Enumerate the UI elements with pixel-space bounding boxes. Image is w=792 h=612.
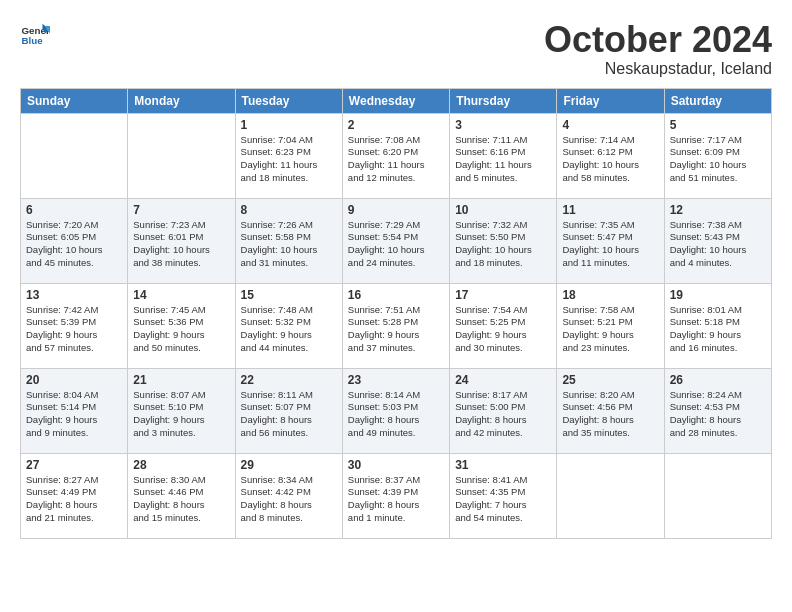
day-info: Sunrise: 8:04 AM Sunset: 5:14 PM Dayligh…: [26, 389, 122, 440]
calendar-table: SundayMondayTuesdayWednesdayThursdayFrid…: [20, 88, 772, 539]
day-info: Sunrise: 7:14 AM Sunset: 6:12 PM Dayligh…: [562, 134, 658, 185]
day-info: Sunrise: 7:51 AM Sunset: 5:28 PM Dayligh…: [348, 304, 444, 355]
calendar-cell: 30Sunrise: 8:37 AM Sunset: 4:39 PM Dayli…: [342, 453, 449, 538]
day-number: 11: [562, 203, 658, 217]
day-info: Sunrise: 8:17 AM Sunset: 5:00 PM Dayligh…: [455, 389, 551, 440]
day-number: 20: [26, 373, 122, 387]
calendar-cell: 29Sunrise: 8:34 AM Sunset: 4:42 PM Dayli…: [235, 453, 342, 538]
day-number: 17: [455, 288, 551, 302]
month-title: October 2024: [544, 20, 772, 60]
page-header: General Blue October 2024 Neskaupstadur,…: [20, 20, 772, 78]
day-info: Sunrise: 7:11 AM Sunset: 6:16 PM Dayligh…: [455, 134, 551, 185]
day-info: Sunrise: 7:23 AM Sunset: 6:01 PM Dayligh…: [133, 219, 229, 270]
day-number: 7: [133, 203, 229, 217]
day-number: 1: [241, 118, 337, 132]
weekday-header-saturday: Saturday: [664, 88, 771, 113]
day-info: Sunrise: 8:24 AM Sunset: 4:53 PM Dayligh…: [670, 389, 766, 440]
day-info: Sunrise: 7:54 AM Sunset: 5:25 PM Dayligh…: [455, 304, 551, 355]
day-number: 22: [241, 373, 337, 387]
calendar-cell: 12Sunrise: 7:38 AM Sunset: 5:43 PM Dayli…: [664, 198, 771, 283]
logo-icon: General Blue: [20, 20, 50, 50]
day-info: Sunrise: 8:14 AM Sunset: 5:03 PM Dayligh…: [348, 389, 444, 440]
calendar-cell: [128, 113, 235, 198]
day-number: 24: [455, 373, 551, 387]
day-number: 23: [348, 373, 444, 387]
day-number: 10: [455, 203, 551, 217]
calendar-week-5: 27Sunrise: 8:27 AM Sunset: 4:49 PM Dayli…: [21, 453, 772, 538]
calendar-cell: 9Sunrise: 7:29 AM Sunset: 5:54 PM Daylig…: [342, 198, 449, 283]
day-info: Sunrise: 8:07 AM Sunset: 5:10 PM Dayligh…: [133, 389, 229, 440]
calendar-cell: 8Sunrise: 7:26 AM Sunset: 5:58 PM Daylig…: [235, 198, 342, 283]
calendar-cell: 26Sunrise: 8:24 AM Sunset: 4:53 PM Dayli…: [664, 368, 771, 453]
logo: General Blue: [20, 20, 50, 50]
weekday-header-sunday: Sunday: [21, 88, 128, 113]
day-info: Sunrise: 8:41 AM Sunset: 4:35 PM Dayligh…: [455, 474, 551, 525]
day-number: 25: [562, 373, 658, 387]
day-number: 21: [133, 373, 229, 387]
calendar-cell: 2Sunrise: 7:08 AM Sunset: 6:20 PM Daylig…: [342, 113, 449, 198]
day-info: Sunrise: 8:37 AM Sunset: 4:39 PM Dayligh…: [348, 474, 444, 525]
calendar-cell: 20Sunrise: 8:04 AM Sunset: 5:14 PM Dayli…: [21, 368, 128, 453]
day-number: 5: [670, 118, 766, 132]
day-info: Sunrise: 7:42 AM Sunset: 5:39 PM Dayligh…: [26, 304, 122, 355]
calendar-cell: 6Sunrise: 7:20 AM Sunset: 6:05 PM Daylig…: [21, 198, 128, 283]
day-info: Sunrise: 7:35 AM Sunset: 5:47 PM Dayligh…: [562, 219, 658, 270]
day-info: Sunrise: 7:20 AM Sunset: 6:05 PM Dayligh…: [26, 219, 122, 270]
calendar-cell: 10Sunrise: 7:32 AM Sunset: 5:50 PM Dayli…: [450, 198, 557, 283]
weekday-header-tuesday: Tuesday: [235, 88, 342, 113]
day-number: 16: [348, 288, 444, 302]
day-info: Sunrise: 7:04 AM Sunset: 6:23 PM Dayligh…: [241, 134, 337, 185]
weekday-header-thursday: Thursday: [450, 88, 557, 113]
calendar-cell: 27Sunrise: 8:27 AM Sunset: 4:49 PM Dayli…: [21, 453, 128, 538]
day-info: Sunrise: 7:48 AM Sunset: 5:32 PM Dayligh…: [241, 304, 337, 355]
weekday-header-row: SundayMondayTuesdayWednesdayThursdayFrid…: [21, 88, 772, 113]
day-number: 28: [133, 458, 229, 472]
calendar-cell: [664, 453, 771, 538]
day-number: 12: [670, 203, 766, 217]
calendar-cell: 17Sunrise: 7:54 AM Sunset: 5:25 PM Dayli…: [450, 283, 557, 368]
calendar-cell: [557, 453, 664, 538]
calendar-cell: 15Sunrise: 7:48 AM Sunset: 5:32 PM Dayli…: [235, 283, 342, 368]
calendar-cell: 4Sunrise: 7:14 AM Sunset: 6:12 PM Daylig…: [557, 113, 664, 198]
day-number: 9: [348, 203, 444, 217]
weekday-header-wednesday: Wednesday: [342, 88, 449, 113]
calendar-cell: 21Sunrise: 8:07 AM Sunset: 5:10 PM Dayli…: [128, 368, 235, 453]
day-info: Sunrise: 7:32 AM Sunset: 5:50 PM Dayligh…: [455, 219, 551, 270]
day-info: Sunrise: 8:30 AM Sunset: 4:46 PM Dayligh…: [133, 474, 229, 525]
weekday-header-friday: Friday: [557, 88, 664, 113]
day-info: Sunrise: 7:45 AM Sunset: 5:36 PM Dayligh…: [133, 304, 229, 355]
calendar-cell: 1Sunrise: 7:04 AM Sunset: 6:23 PM Daylig…: [235, 113, 342, 198]
calendar-week-4: 20Sunrise: 8:04 AM Sunset: 5:14 PM Dayli…: [21, 368, 772, 453]
day-number: 2: [348, 118, 444, 132]
svg-text:Blue: Blue: [22, 35, 44, 46]
calendar-cell: 11Sunrise: 7:35 AM Sunset: 5:47 PM Dayli…: [557, 198, 664, 283]
day-number: 4: [562, 118, 658, 132]
calendar-cell: 14Sunrise: 7:45 AM Sunset: 5:36 PM Dayli…: [128, 283, 235, 368]
day-info: Sunrise: 7:29 AM Sunset: 5:54 PM Dayligh…: [348, 219, 444, 270]
day-number: 31: [455, 458, 551, 472]
day-info: Sunrise: 8:01 AM Sunset: 5:18 PM Dayligh…: [670, 304, 766, 355]
location-title: Neskaupstadur, Iceland: [544, 60, 772, 78]
day-info: Sunrise: 7:17 AM Sunset: 6:09 PM Dayligh…: [670, 134, 766, 185]
day-number: 8: [241, 203, 337, 217]
calendar-cell: 23Sunrise: 8:14 AM Sunset: 5:03 PM Dayli…: [342, 368, 449, 453]
calendar-cell: 31Sunrise: 8:41 AM Sunset: 4:35 PM Dayli…: [450, 453, 557, 538]
calendar-cell: 13Sunrise: 7:42 AM Sunset: 5:39 PM Dayli…: [21, 283, 128, 368]
weekday-header-monday: Monday: [128, 88, 235, 113]
day-info: Sunrise: 7:26 AM Sunset: 5:58 PM Dayligh…: [241, 219, 337, 270]
calendar-week-2: 6Sunrise: 7:20 AM Sunset: 6:05 PM Daylig…: [21, 198, 772, 283]
day-info: Sunrise: 8:11 AM Sunset: 5:07 PM Dayligh…: [241, 389, 337, 440]
day-number: 18: [562, 288, 658, 302]
day-number: 14: [133, 288, 229, 302]
calendar-cell: 24Sunrise: 8:17 AM Sunset: 5:00 PM Dayli…: [450, 368, 557, 453]
day-info: Sunrise: 7:08 AM Sunset: 6:20 PM Dayligh…: [348, 134, 444, 185]
calendar-cell: 22Sunrise: 8:11 AM Sunset: 5:07 PM Dayli…: [235, 368, 342, 453]
calendar-cell: [21, 113, 128, 198]
day-number: 3: [455, 118, 551, 132]
calendar-cell: 5Sunrise: 7:17 AM Sunset: 6:09 PM Daylig…: [664, 113, 771, 198]
day-info: Sunrise: 7:38 AM Sunset: 5:43 PM Dayligh…: [670, 219, 766, 270]
calendar-cell: 16Sunrise: 7:51 AM Sunset: 5:28 PM Dayli…: [342, 283, 449, 368]
day-number: 29: [241, 458, 337, 472]
day-number: 15: [241, 288, 337, 302]
day-info: Sunrise: 8:20 AM Sunset: 4:56 PM Dayligh…: [562, 389, 658, 440]
